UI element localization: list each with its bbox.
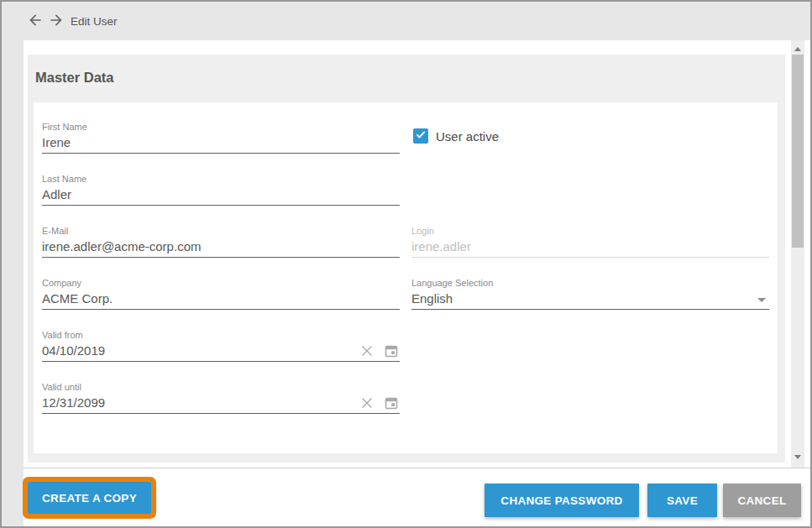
company-field: Company ACME Corp. <box>42 278 400 310</box>
section-title: Master Data <box>35 70 114 86</box>
company-input[interactable]: ACME Corp. <box>42 290 400 310</box>
email-label: E-Mail <box>42 226 400 236</box>
user-active-label: User active <box>436 129 499 144</box>
arrow-right-icon <box>48 17 65 31</box>
valid-from-input[interactable]: 04/10/2019 <box>42 342 400 362</box>
valid-until-label: Valid until <box>42 382 400 392</box>
calendar-icon[interactable] <box>385 396 398 410</box>
valid-until-field: Valid until 12/31/2099 <box>42 382 400 414</box>
user-active-row: User active <box>413 128 499 144</box>
email-input[interactable]: irene.adler@acme-corp.com <box>42 238 400 258</box>
cancel-button[interactable]: CANCEL <box>723 484 801 517</box>
language-label: Language Selection <box>411 278 769 288</box>
calendar-icon[interactable] <box>385 344 398 358</box>
scrollbar-thumb[interactable] <box>792 55 804 248</box>
clear-x-icon[interactable] <box>360 396 374 410</box>
save-button[interactable]: SAVE <box>647 484 717 517</box>
scroll-up-icon[interactable] <box>794 47 801 51</box>
arrow-left-icon <box>27 17 44 31</box>
first-name-field: First Name Irene <box>42 122 400 154</box>
first-name-input[interactable]: Irene <box>42 133 400 154</box>
back-button[interactable] <box>27 12 45 30</box>
user-active-checkbox[interactable] <box>413 128 428 144</box>
chevron-down-icon[interactable] <box>757 298 766 302</box>
page-title: Edit User <box>71 15 118 28</box>
edit-user-window: Edit User Master Data First Name Irene L… <box>0 0 812 528</box>
clear-x-icon[interactable] <box>360 344 374 358</box>
forward-button[interactable] <box>48 12 66 30</box>
login-input: irene.adler <box>411 238 769 258</box>
first-name-label: First Name <box>42 122 400 132</box>
valid-from-field: Valid from 04/10/2019 <box>42 330 400 362</box>
email-field: E-Mail irene.adler@acme-corp.com <box>42 226 400 258</box>
last-name-field: Last Name Adler <box>42 174 400 206</box>
last-name-input[interactable]: Adler <box>42 186 400 206</box>
create-a-copy-button[interactable]: CREATE A COPY <box>28 482 151 514</box>
checkmark-icon <box>415 128 427 144</box>
vertical-scrollbar <box>791 40 804 468</box>
header-bar: Edit User <box>2 2 810 40</box>
scroll-down-icon[interactable] <box>794 455 801 459</box>
login-label: Login <box>411 226 769 236</box>
valid-from-label: Valid from <box>42 330 400 340</box>
language-field: Language Selection English <box>411 278 769 310</box>
footer-bar: CREATE A COPY CHANGE PASSWORD SAVE CANCE… <box>24 468 810 526</box>
language-select[interactable]: English <box>411 290 769 310</box>
company-label: Company <box>42 278 400 288</box>
left-gutter <box>2 40 24 526</box>
valid-until-input[interactable]: 12/31/2099 <box>42 394 400 414</box>
last-name-label: Last Name <box>42 174 400 184</box>
change-password-button[interactable]: CHANGE PASSWORD <box>485 484 639 517</box>
login-field: Login irene.adler <box>411 226 769 258</box>
